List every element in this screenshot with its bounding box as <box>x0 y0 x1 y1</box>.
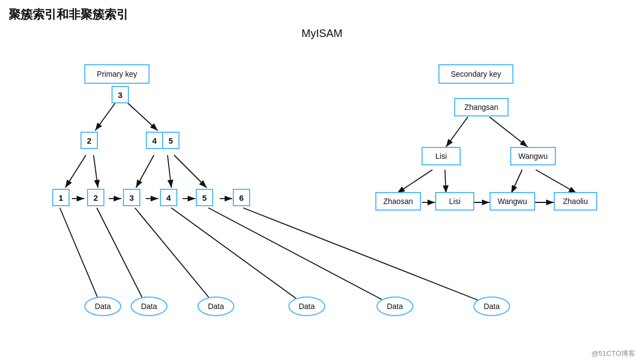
leaf-4: 4 <box>160 189 177 206</box>
secondary-key-label: Secondary key <box>438 64 513 84</box>
leaf-5: 5 <box>196 189 213 206</box>
svg-line-17 <box>208 208 392 305</box>
svg-line-18 <box>243 208 490 305</box>
node-lisi-l2: Lisi <box>422 147 461 165</box>
svg-line-13 <box>60 208 101 305</box>
leaf-1: 1 <box>52 189 70 206</box>
svg-line-23 <box>511 170 522 193</box>
page-title: 聚簇索引和非聚簇索引 <box>9 7 128 23</box>
data-oval-3: Data <box>197 297 234 316</box>
watermark: @51CTO博客 <box>591 349 635 359</box>
leaf-lisi: Lisi <box>435 192 474 211</box>
svg-line-5 <box>136 155 154 188</box>
node-l2-right-4: 4 <box>146 132 163 149</box>
data-oval-4: Data <box>288 297 325 316</box>
data-oval-2: Data <box>131 297 168 316</box>
data-oval-5: Data <box>376 297 413 316</box>
svg-line-1 <box>95 101 117 131</box>
leaf-3: 3 <box>123 189 140 206</box>
node-l2-right-5: 5 <box>162 132 179 149</box>
node-zhangsan: Zhangsan <box>454 98 509 116</box>
node-root-3: 3 <box>112 86 129 103</box>
leaf-zhaosan: Zhaosan <box>375 192 421 211</box>
leaf-2: 2 <box>87 189 104 206</box>
data-oval-1: Data <box>84 297 121 316</box>
svg-line-4 <box>94 155 98 188</box>
leaf-zhaoliu: Zhaoliu <box>554 192 597 211</box>
leaf-6: 6 <box>233 189 250 206</box>
svg-line-22 <box>445 170 446 193</box>
leaf-wangwu: Wangwu <box>490 192 535 211</box>
svg-line-14 <box>97 208 146 305</box>
primary-key-label: Primary key <box>84 64 150 84</box>
svg-line-3 <box>65 155 86 188</box>
svg-line-2 <box>125 101 158 131</box>
svg-line-21 <box>397 170 432 193</box>
subtitle: MyISAM <box>301 27 343 40</box>
svg-line-24 <box>536 170 577 193</box>
svg-line-7 <box>174 155 207 188</box>
svg-line-6 <box>168 155 171 188</box>
svg-line-20 <box>490 117 528 147</box>
svg-line-19 <box>446 117 468 147</box>
node-l2-left-2: 2 <box>81 132 98 149</box>
data-oval-6: Data <box>473 297 510 316</box>
svg-line-16 <box>171 208 305 305</box>
node-wangwu-l2: Wangwu <box>510 147 556 165</box>
svg-line-15 <box>135 208 215 305</box>
